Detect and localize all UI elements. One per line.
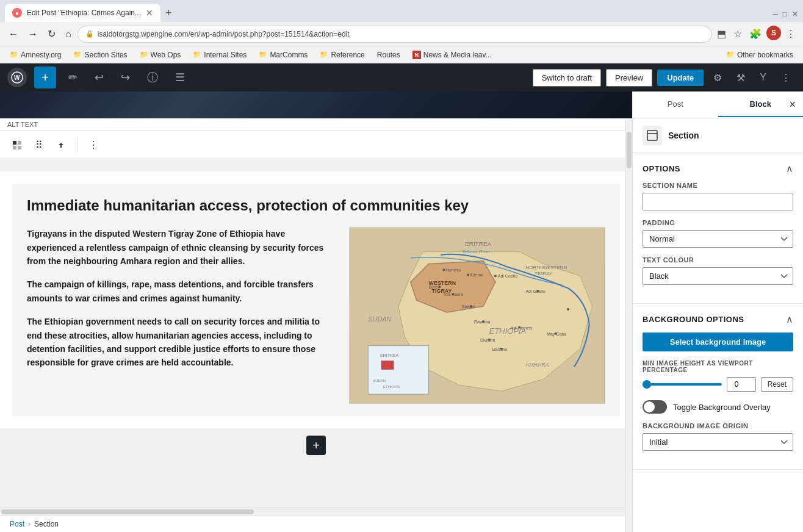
wp-logo[interactable]: W xyxy=(7,68,27,87)
section-name-label: SECTION NAME xyxy=(643,182,793,189)
yoast-icon[interactable]: Y xyxy=(755,70,771,85)
extensions-icon[interactable]: 🧩 xyxy=(747,26,764,42)
options-button[interactable]: ⋮ xyxy=(84,135,103,154)
slider-thumb[interactable] xyxy=(643,380,651,389)
tab-close-button[interactable]: ✕ xyxy=(146,8,153,18)
address-bar[interactable]: 🔒 isaidotorgstg.wpengine.com/en/wp-admin… xyxy=(77,26,712,43)
add-block-inline-button[interactable]: + xyxy=(306,436,326,455)
preview-button[interactable]: Preview xyxy=(606,69,652,87)
bookmark-marcomms[interactable]: 📁 MarComms xyxy=(254,49,312,60)
minimize-icon[interactable]: ─ xyxy=(772,10,778,18)
info-button[interactable]: ⓘ xyxy=(142,68,163,87)
vertical-scrollbar-thumb[interactable] xyxy=(627,132,632,168)
window-controls: ─ □ ✕ xyxy=(772,10,798,22)
tab-title: Edit Post "Ethiopia: Crimes Again... xyxy=(27,9,141,17)
add-block-button[interactable]: + xyxy=(34,66,56,88)
tab-favicon: ● xyxy=(12,8,22,18)
section-name-field: SECTION NAME xyxy=(643,182,793,210)
back-button[interactable]: ← xyxy=(5,26,22,42)
reload-button[interactable]: ↻ xyxy=(44,26,59,42)
height-input[interactable] xyxy=(727,377,756,392)
cast-icon[interactable]: ⬒ xyxy=(715,26,729,42)
folder-icon: 📁 xyxy=(259,51,267,59)
text-colour-label: TEXT COLOUR xyxy=(643,256,793,264)
more-menu-button[interactable]: ⋮ xyxy=(776,70,796,86)
bookmark-section-sites[interactable]: 📁 Section Sites xyxy=(68,49,132,60)
article-title[interactable]: Immediate humanitarian access, protectio… xyxy=(27,196,605,215)
block-type-header: Section xyxy=(633,118,803,153)
svg-rect-46 xyxy=(647,131,657,140)
bookmark-star-icon[interactable]: ☆ xyxy=(731,26,744,42)
section-block: Immediate humanitarian access, protectio… xyxy=(0,171,632,428)
bookmark-amnesty[interactable]: 📁 Amnesty.org xyxy=(5,49,66,60)
ssl-lock-icon: 🔒 xyxy=(85,30,94,38)
list-view-button[interactable]: ☰ xyxy=(170,68,190,87)
svg-text:May Gaba: May Gaba xyxy=(547,332,566,337)
svg-point-31 xyxy=(494,275,497,278)
reset-height-button[interactable]: Reset xyxy=(761,377,793,392)
breadcrumb-post-link[interactable]: Post xyxy=(10,520,24,528)
padding-select[interactable]: Normal Small Large None xyxy=(643,230,793,248)
header-image-block[interactable] xyxy=(0,92,632,118)
block-type-switcher[interactable] xyxy=(7,137,27,154)
height-slider[interactable] xyxy=(643,383,722,386)
section-name-input[interactable] xyxy=(643,193,793,210)
bookmark-reference[interactable]: 📁 Reference xyxy=(315,49,369,60)
bookmark-internal-sites[interactable]: 📁 Internal Sites xyxy=(188,49,251,60)
svg-text:Mai Kadra: Mai Kadra xyxy=(444,292,463,297)
svg-text:W: W xyxy=(14,74,20,81)
profile-icon[interactable]: S xyxy=(766,26,781,40)
undo-button[interactable]: ↩ xyxy=(90,68,109,87)
update-button[interactable]: Update xyxy=(657,70,704,86)
select-background-image-button[interactable]: Select background image xyxy=(643,332,793,351)
article-map: SUDAN ERITREA xyxy=(349,227,605,404)
extension-icon: N xyxy=(412,51,421,59)
svg-text:SUDAN: SUDAN xyxy=(373,379,386,383)
forward-button[interactable]: → xyxy=(24,26,41,42)
restore-icon[interactable]: □ xyxy=(783,10,787,18)
toolbar-right: Switch to draft Preview Update ⚙ ⚒ Y ⋮ xyxy=(533,69,796,87)
editor-canvas[interactable]: Immediate humanitarian access, protectio… xyxy=(0,159,632,508)
horizontal-scrollbar[interactable] xyxy=(0,508,632,515)
tools-icon[interactable]: ⚒ xyxy=(732,70,750,86)
drag-handle[interactable]: ⠿ xyxy=(31,135,48,154)
article-paragraph-3[interactable]: The Ethiopian government needs to call o… xyxy=(27,315,334,370)
new-tab-button[interactable]: + xyxy=(160,7,177,20)
bookmark-label: Other bookmarks xyxy=(737,51,793,59)
svg-rect-4 xyxy=(13,146,16,149)
wordpress-admin: W + ✏ ↩ ↪ ⓘ ☰ Switch to draft Preview Up… xyxy=(0,63,803,532)
redo-button[interactable]: ↪ xyxy=(116,68,135,87)
address-text: isaidotorgstg.wpengine.com/en/wp-admin/p… xyxy=(98,30,350,38)
bg-origin-select[interactable]: Initial Center Top Bottom xyxy=(643,433,793,451)
settings-icon[interactable]: ⚙ xyxy=(708,70,727,86)
bookmark-label: News & Media leav... xyxy=(423,51,492,59)
vertical-scrollbar[interactable] xyxy=(625,120,632,532)
svg-rect-2 xyxy=(13,141,16,145)
text-colour-select[interactable]: Black White xyxy=(643,267,793,285)
bookmark-web-ops[interactable]: 📁 Web Ops xyxy=(135,49,186,60)
scrollbar-thumb[interactable] xyxy=(1,509,254,514)
edit-mode-button[interactable]: ✏ xyxy=(63,68,82,87)
bg-options-collapse-button[interactable]: ∧ xyxy=(786,314,793,325)
tab-post[interactable]: Post xyxy=(633,92,718,117)
home-button[interactable]: ⌂ xyxy=(62,26,75,42)
folder-icon: 📁 xyxy=(73,51,82,59)
active-browser-tab[interactable]: ● Edit Post "Ethiopia: Crimes Again... ✕ xyxy=(5,4,160,22)
sidebar-close-button[interactable]: × xyxy=(787,96,798,113)
svg-rect-5 xyxy=(18,146,21,149)
add-block-area: + xyxy=(0,428,632,462)
move-up-button[interactable] xyxy=(51,137,71,154)
options-collapse-button[interactable]: ∧ xyxy=(786,163,793,174)
article-paragraph-2[interactable]: The campaign of killings, rape, mass det… xyxy=(27,278,334,305)
svg-point-21 xyxy=(442,269,445,271)
switch-to-draft-button[interactable]: Switch to draft xyxy=(533,69,601,87)
close-icon[interactable]: ✕ xyxy=(792,10,798,18)
bookmark-other[interactable]: 📁 Other bookmarks xyxy=(721,49,798,60)
bookmark-news-media[interactable]: N News & Media leav... xyxy=(408,49,497,60)
chrome-menu-icon[interactable]: ⋮ xyxy=(783,26,798,42)
svg-text:ETHIOPIA: ETHIOPIA xyxy=(383,385,400,389)
article-content: Immediate humanitarian access, protectio… xyxy=(27,196,605,404)
article-paragraph-1[interactable]: Tigrayans in the disputed Western Tigray… xyxy=(27,227,334,268)
toggle-overlay-switch[interactable] xyxy=(643,400,667,414)
bookmark-routes[interactable]: Routes xyxy=(372,49,405,60)
